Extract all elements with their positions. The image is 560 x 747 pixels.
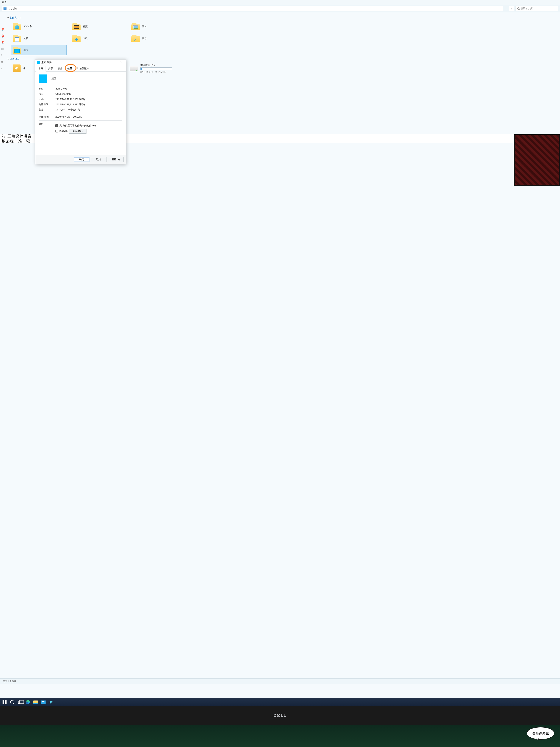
pin-icon: 📌	[1, 27, 5, 31]
task-view-icon	[18, 701, 22, 704]
ok-button[interactable]: 确定	[74, 157, 89, 162]
folder-label: 音乐	[142, 37, 147, 40]
hidden-label: 隐藏(H)	[59, 129, 68, 133]
folder-documents[interactable]: 文档	[11, 33, 67, 44]
value-type: 系统文件夹	[55, 87, 123, 91]
monitor-bezel: D∅LL	[0, 706, 560, 725]
label-location: 位置:	[39, 93, 55, 96]
label-size-on-disk: 占用空间:	[39, 103, 55, 106]
hidden-checkbox[interactable]	[55, 130, 58, 132]
sidebar-fragment: 00	[1, 48, 4, 50]
edge-icon	[26, 700, 30, 704]
windows-logo-icon	[3, 700, 7, 704]
folders-grid: 3D 对象 视频 图片 文档 下载 ♪ 音乐	[11, 21, 556, 55]
label-type: 类型:	[39, 87, 55, 91]
thunder-icon	[13, 65, 21, 72]
desk-surface	[0, 725, 560, 747]
chevron-down-icon: ▶	[7, 58, 9, 60]
sidebar-fragment: 01	[1, 54, 4, 57]
folder-label: 桌面	[24, 49, 28, 52]
cortana-button[interactable]	[10, 700, 15, 705]
address-bar[interactable]: › 此电脑	[2, 6, 503, 11]
label-created: 创建时间:	[39, 115, 55, 119]
file-explorer-taskbar[interactable]	[33, 700, 38, 705]
folder-music[interactable]: ♪ 音乐	[130, 33, 185, 44]
label-attributes: 属性:	[39, 123, 55, 135]
drive-info: 本地磁盘 (D:) 872 GB 可用，共 915 GB	[140, 63, 172, 74]
refresh-button[interactable]: ↻	[509, 6, 514, 11]
value-location: C:\Users\John	[55, 93, 123, 96]
value-size-on-disk: 241 MB (252,813,312 字节)	[55, 103, 123, 106]
apply-button[interactable]: 应用(A)	[108, 157, 124, 162]
tab-sharing[interactable]: 共享	[46, 66, 55, 72]
hard-drive-icon	[130, 66, 138, 71]
sidebar-fragment: 件	[1, 60, 4, 63]
tab-location[interactable]: 位置	[65, 66, 75, 72]
tab-security[interactable]: 安全	[55, 66, 65, 72]
tab-previous-versions[interactable]: 以前的版本	[75, 66, 91, 72]
watermark-text: 吾是徐先生	[532, 731, 549, 735]
watermark-speech-bubble: 吾是徐先生	[527, 727, 555, 740]
label-contains: 包含:	[39, 108, 55, 111]
readonly-label: 只读(仅应用于文件夹中的文件)(R)	[59, 124, 96, 127]
folder-icon: ♪	[131, 34, 140, 42]
dialog-titlebar[interactable]: 桌面 属性 ✕	[35, 59, 126, 66]
value-size: 241 MB (252,792,002 字节)	[55, 98, 123, 101]
bird-icon	[49, 700, 53, 704]
breadcrumb-sep: ›	[7, 7, 8, 10]
desktop-large-icon	[39, 75, 47, 83]
quick-access-pins: 📌 📌 📌 00 01 件 e	[1, 28, 4, 70]
this-pc-icon	[3, 7, 6, 10]
pin-icon: 📌	[1, 41, 5, 45]
dell-logo: D∅LL	[273, 713, 287, 718]
dialog-body: 类型:系统文件夹 位置:C:\Users\John 大小:241 MB (252…	[35, 72, 126, 155]
advanced-button[interactable]: 高级(D)...	[69, 129, 86, 134]
ad-line2: 散热稳、准、狠	[2, 138, 32, 144]
thunder-taskbar[interactable]	[49, 700, 54, 705]
folder-3d-objects[interactable]: 3D 对象	[11, 21, 67, 32]
drive-usage-bar	[140, 68, 172, 70]
folder-downloads[interactable]: 下载	[70, 33, 126, 44]
close-button[interactable]: ✕	[118, 61, 124, 64]
folders-section-header[interactable]: ▶ 文件夹 (7)	[7, 16, 556, 20]
folder-pictures[interactable]: 图片	[130, 21, 185, 32]
value-created: 2020年8月8日，10:19:47	[55, 115, 123, 119]
folder-icon	[13, 34, 21, 42]
app-label: 迅	[23, 67, 25, 70]
value-contains: 12 个文件，0 个文件夹	[55, 108, 123, 111]
view-tab-label: 查看	[2, 1, 7, 4]
dialog-button-row: 确定 取消 应用(A)	[35, 155, 126, 164]
breadcrumb-this-pc[interactable]: 此电脑	[9, 7, 17, 10]
cancel-button[interactable]: 取消	[91, 157, 106, 162]
drive-d[interactable]: 本地磁盘 (D:) 872 GB 可用，共 915 GB	[130, 63, 185, 74]
status-bar: 选中 1 个项目	[0, 678, 560, 684]
folder-icon	[33, 700, 38, 704]
folder-videos[interactable]: 视频	[70, 21, 126, 32]
address-dropdown-icon[interactable]: ⌄	[504, 7, 507, 10]
mail-icon	[41, 700, 46, 704]
chevron-down-icon: ▶	[7, 17, 9, 19]
status-text: 选中 1 个项目	[3, 680, 16, 682]
folder-label: 图片	[142, 25, 147, 28]
readonly-checkbox[interactable]	[55, 124, 58, 127]
folder-icon	[72, 23, 81, 30]
dialog-title: 桌面 属性	[41, 61, 52, 64]
sidebar-fragment: e	[1, 67, 4, 70]
search-placeholder: 搜索"此电脑"	[521, 7, 534, 10]
taskbar	[0, 698, 560, 706]
folder-icon	[13, 46, 21, 54]
edge-button[interactable]	[25, 700, 30, 705]
mail-button[interactable]	[41, 700, 46, 705]
properties-dialog: 桌面 属性 ✕ 常规 共享 安全 位置 以前的版本 类型:系统文件夹 位置:C:…	[35, 59, 126, 164]
search-input[interactable]: 搜索"此电脑"	[515, 6, 558, 11]
tab-general[interactable]: 常规	[36, 66, 46, 72]
ribbon-tab-view[interactable]: 查看	[0, 0, 560, 5]
start-button[interactable]	[2, 700, 7, 705]
folder-label: 文档	[24, 37, 28, 40]
folder-name-input[interactable]	[50, 76, 123, 81]
drive-name: 本地磁盘 (D:)	[140, 63, 172, 67]
folder-desktop[interactable]: 桌面	[11, 45, 67, 55]
dialog-tabs: 常规 共享 安全 位置 以前的版本	[35, 66, 126, 72]
task-view-button[interactable]	[18, 700, 23, 705]
separator	[39, 85, 123, 85]
